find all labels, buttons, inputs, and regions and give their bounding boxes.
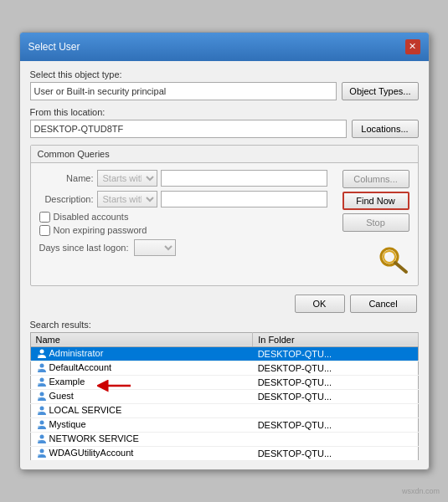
results-tbody: AdministratorDESKTOP-QTU... DefaultAccou… xyxy=(30,346,418,461)
user-icon xyxy=(36,362,48,374)
select-user-dialog: Select User ✕ Select this object type: O… xyxy=(19,32,430,471)
non-expiring-label: Non expiring password xyxy=(54,225,147,235)
svg-point-19 xyxy=(38,440,39,442)
non-expiring-checkbox[interactable] xyxy=(39,225,50,236)
result-name: Mystique xyxy=(30,418,253,433)
arrow-indicator-icon xyxy=(97,376,139,396)
common-queries-group: Common Queries Name: Starts with Descrip… xyxy=(30,145,419,286)
name-query-input[interactable] xyxy=(161,170,327,187)
result-name: Administrator xyxy=(30,346,253,361)
description-query-row: Description: Starts with xyxy=(39,191,327,207)
non-expiring-row: Non expiring password xyxy=(39,225,327,236)
magnifying-glass-icon xyxy=(378,245,409,275)
table-row[interactable]: WDAGUtilityAccountDESKTOP-QTU... xyxy=(30,447,418,461)
svg-point-10 xyxy=(39,377,44,382)
results-table: Name In Folder AdministratorDESKTOP-QTU.… xyxy=(30,332,419,462)
title-bar: Select User ✕ xyxy=(20,33,429,61)
svg-point-16 xyxy=(39,421,44,425)
disabled-accounts-row: Disabled accounts xyxy=(39,212,327,223)
svg-point-18 xyxy=(39,435,44,439)
svg-point-7 xyxy=(38,355,39,356)
table-row[interactable]: DefaultAccountDESKTOP-QTU... xyxy=(30,361,418,375)
search-icon-container xyxy=(378,242,409,279)
table-row[interactable]: LOCAL SERVICE xyxy=(30,404,418,418)
cancel-button[interactable]: Cancel xyxy=(350,295,417,313)
watermark: wsxdn.com xyxy=(402,487,440,495)
dialog-body: Select this object type: Object Types...… xyxy=(20,61,429,470)
common-queries-tab[interactable]: Common Queries xyxy=(31,146,418,163)
user-icon xyxy=(36,391,48,402)
svg-point-13 xyxy=(38,397,39,399)
name-query-row: Name: Starts with xyxy=(39,170,327,187)
user-icon xyxy=(36,376,48,388)
user-icon xyxy=(36,448,48,459)
result-folder: DESKTOP-QTU... xyxy=(253,346,418,361)
description-query-label: Description: xyxy=(39,194,94,204)
disabled-accounts-label: Disabled accounts xyxy=(54,212,129,222)
result-name: Example xyxy=(30,375,253,389)
result-name: DefaultAccount xyxy=(30,361,253,375)
find-now-button[interactable]: Find Now xyxy=(342,192,409,210)
result-folder: DESKTOP-QTU... xyxy=(253,361,418,375)
svg-point-20 xyxy=(39,449,44,453)
days-select[interactable] xyxy=(134,239,176,256)
dialog-title: Select User xyxy=(28,41,80,53)
object-type-input[interactable] xyxy=(30,82,337,100)
search-results-label: Search results: xyxy=(30,320,419,330)
svg-line-2 xyxy=(395,263,406,272)
stop-button[interactable]: Stop xyxy=(342,213,409,232)
svg-point-3 xyxy=(384,253,388,256)
group-content: Name: Starts with Description: Starts wi… xyxy=(31,163,418,285)
table-row[interactable]: MystiqueDESKTOP-QTU... xyxy=(30,418,418,433)
svg-point-6 xyxy=(39,349,44,353)
result-folder: DESKTOP-QTU... xyxy=(253,389,418,403)
object-types-button[interactable]: Object Types... xyxy=(342,82,418,100)
user-icon xyxy=(36,433,48,445)
object-type-label: Select this object type: xyxy=(30,69,419,79)
svg-point-9 xyxy=(38,369,39,371)
results-header-row: Name In Folder xyxy=(30,332,418,346)
result-folder xyxy=(253,404,418,418)
locations-button[interactable]: Locations... xyxy=(352,120,419,138)
name-query-label: Name: xyxy=(39,173,94,183)
ok-cancel-row: OK Cancel xyxy=(30,295,419,313)
queries-right: Columns... Find Now Stop xyxy=(334,170,409,279)
user-icon xyxy=(36,405,48,417)
queries-left: Name: Starts with Description: Starts wi… xyxy=(39,170,327,279)
table-row[interactable]: NETWORK SERVICE xyxy=(30,433,418,447)
table-row[interactable]: GuestDESKTOP-QTU... xyxy=(30,389,418,403)
svg-point-17 xyxy=(38,426,39,428)
description-starts-with-select[interactable]: Starts with xyxy=(97,191,157,207)
object-type-row: Object Types... xyxy=(30,82,419,100)
location-row: Locations... xyxy=(30,120,419,138)
svg-point-15 xyxy=(38,412,39,413)
columns-button[interactable]: Columns... xyxy=(342,170,409,188)
user-icon xyxy=(36,348,48,360)
table-row[interactable]: AdministratorDESKTOP-QTU... xyxy=(30,346,418,361)
location-input[interactable] xyxy=(30,120,347,138)
result-name: NETWORK SERVICE xyxy=(30,433,253,447)
svg-point-8 xyxy=(39,363,44,367)
result-folder: DESKTOP-QTU... xyxy=(253,418,418,433)
result-name: Guest xyxy=(30,389,253,403)
name-column-header[interactable]: Name xyxy=(30,332,253,346)
table-row[interactable]: ExampleDESKTOP-QTU... xyxy=(30,375,418,389)
user-icon xyxy=(36,419,48,431)
location-label: From this location: xyxy=(30,107,419,117)
svg-point-11 xyxy=(38,383,39,385)
name-starts-with-select[interactable]: Starts with xyxy=(97,170,157,187)
ok-button[interactable]: OK xyxy=(295,295,345,313)
in-folder-column-header[interactable]: In Folder xyxy=(253,332,418,346)
results-container: Name In Folder AdministratorDESKTOP-QTU.… xyxy=(30,332,419,462)
results-thead: Name In Folder xyxy=(30,332,418,346)
result-folder: DESKTOP-QTU... xyxy=(253,447,418,461)
disabled-accounts-checkbox[interactable] xyxy=(39,212,50,223)
result-folder: DESKTOP-QTU... xyxy=(253,375,418,389)
svg-point-1 xyxy=(384,251,395,263)
svg-point-14 xyxy=(39,407,44,411)
close-button[interactable]: ✕ xyxy=(405,39,420,54)
result-folder xyxy=(253,433,418,447)
result-name: LOCAL SERVICE xyxy=(30,404,253,418)
svg-point-21 xyxy=(38,454,39,456)
description-query-input[interactable] xyxy=(161,191,327,207)
